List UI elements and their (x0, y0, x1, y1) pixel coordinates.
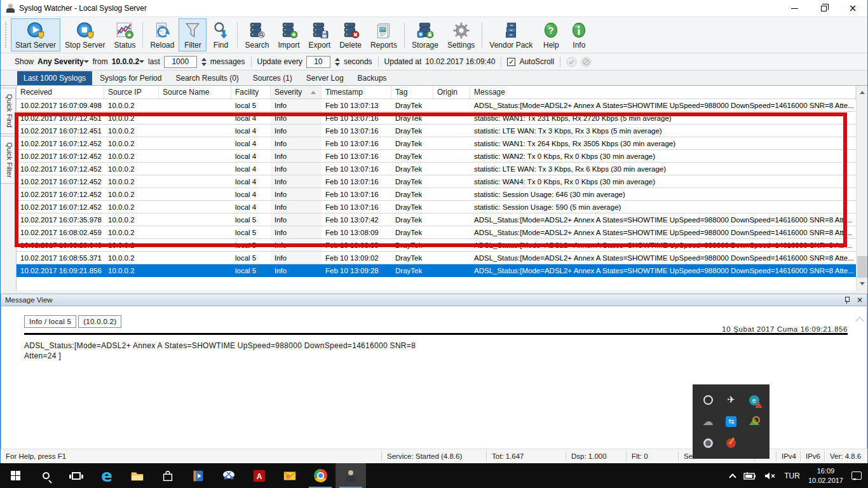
table-row[interactable]: 10.02.2017 16:07:12.452 10.0.0.2 local 4… (17, 175, 856, 188)
table-row[interactable]: 10.02.2017 16:08:28.940 10.0.0.2 local 5… (17, 239, 856, 252)
task-view-button[interactable] (61, 463, 92, 488)
table-row[interactable]: 10.02.2017 16:07:09.498 10.0.0.2 local 5… (17, 99, 856, 112)
column-header-source-name[interactable]: Source Name (159, 86, 231, 98)
language-indicator[interactable]: TUR (784, 471, 800, 480)
export-button[interactable]: Export (304, 18, 336, 51)
severity-dropdown[interactable]: Any Severity (37, 57, 89, 66)
column-header-source-ip[interactable]: Source IP (104, 86, 159, 98)
table-row[interactable]: 10.02.2017 16:08:02.459 10.0.0.2 local 5… (17, 226, 856, 239)
vertical-scrollbar[interactable] (856, 86, 867, 290)
table-row[interactable]: 10.02.2017 16:07:12.452 10.0.0.2 local 4… (17, 163, 856, 175)
title-bar[interactable]: Syslog Watcher - Local Syslog Server × (1, 0, 867, 17)
volume-muted-icon[interactable] (764, 471, 776, 480)
view-tab[interactable]: Backups (351, 71, 393, 85)
media-player-button[interactable] (183, 463, 214, 488)
syslog-watcher-taskbar-button[interactable] (336, 463, 366, 488)
interval-input[interactable]: 10 (306, 56, 330, 68)
tray-chevron-up-icon[interactable] (729, 473, 736, 480)
file-explorer-button[interactable] (122, 463, 153, 488)
table-row[interactable]: 10.02.2017 16:07:12.452 10.0.0.2 local 4… (17, 201, 856, 214)
battery-icon[interactable] (743, 471, 756, 480)
scrollbar-thumb[interactable] (857, 256, 867, 278)
table-row[interactable]: 10.02.2017 16:07:12.452 10.0.0.2 local 4… (17, 137, 856, 150)
start-server-icon (26, 21, 45, 40)
reports-button[interactable]: Reports (366, 18, 402, 51)
start-button[interactable] (0, 463, 31, 488)
edge-button[interactable]: e (92, 463, 122, 488)
scroll-up-arrow[interactable] (857, 86, 868, 97)
status-button[interactable]: Status (109, 18, 140, 51)
autoscroll-checkbox[interactable]: ✓ (507, 58, 515, 66)
table-row[interactable]: 10.02.2017 16:07:35.978 10.0.0.2 local 5… (17, 214, 856, 226)
filter-button[interactable]: Filter (179, 18, 207, 51)
snipping-tool-button[interactable] (214, 463, 244, 488)
creative-cloud-icon[interactable] (702, 394, 714, 407)
minimize-button[interactable] (780, 0, 809, 17)
table-row[interactable]: 10.02.2017 16:07:12.452 10.0.0.2 local 4… (17, 150, 856, 163)
backup-tool-icon[interactable] (748, 415, 761, 428)
action-center-icon[interactable] (851, 471, 862, 480)
lens-app-icon[interactable] (702, 437, 714, 449)
column-header-message[interactable]: Message (470, 86, 856, 98)
cell-source-ip: 10.0.0.2 (104, 163, 159, 175)
chrome-button[interactable] (305, 463, 336, 488)
store-button[interactable] (153, 463, 183, 488)
airplane-icon[interactable]: ✈ (724, 394, 737, 407)
cell-severity: Info (271, 125, 322, 137)
messages-count-stepper[interactable] (201, 55, 207, 69)
quick-find-tab[interactable]: Quick Find (1, 88, 16, 134)
help-button[interactable]: ? Help (537, 18, 565, 51)
find-button[interactable]: Find (207, 18, 234, 51)
taskbar-clock[interactable]: 16:09 10.02.2017 (808, 466, 843, 485)
interval-stepper[interactable] (335, 55, 340, 69)
close-button[interactable]: × (838, 0, 867, 17)
cleaner-app-icon[interactable] (724, 437, 737, 449)
view-tab[interactable]: Server Log (300, 71, 350, 85)
table-row[interactable]: 10.02.2017 16:07:12.451 10.0.0.2 local 4… (17, 112, 856, 125)
view-tab[interactable]: Sources (1) (247, 71, 299, 85)
cell-received: 10.02.2017 16:07:12.452 (17, 163, 104, 175)
restore-button[interactable] (809, 0, 838, 17)
column-header-timestamp[interactable]: Timestamp (322, 86, 391, 98)
panel-close-icon[interactable]: × (857, 295, 863, 304)
view-tab[interactable]: Syslogs for Period (93, 71, 168, 85)
delete-button[interactable]: Delete (335, 18, 366, 51)
table-row[interactable]: 10.02.2017 16:08:55.371 10.0.0.2 local 5… (17, 252, 856, 264)
cell-source-name (159, 226, 231, 238)
apply-filter-button-disabled[interactable] (566, 57, 577, 67)
teamviewer-icon[interactable]: ⇆ (724, 415, 737, 428)
info-button[interactable]: Info (565, 18, 593, 51)
search-button[interactable]: Search (240, 18, 273, 51)
storage-button[interactable]: Storage (407, 18, 443, 51)
start-server-button[interactable]: Start Server (11, 18, 60, 51)
stop-server-button[interactable]: Stop Server (60, 18, 109, 51)
column-header-origin[interactable]: Origin (433, 86, 470, 98)
column-header-received[interactable]: Received (17, 86, 104, 98)
import-button[interactable]: Import (274, 18, 304, 51)
taskbar-search-button[interactable] (31, 463, 61, 488)
reload-button[interactable]: Reload (146, 18, 179, 51)
settings-button[interactable]: Settings (443, 18, 479, 51)
scroll-down-arrow[interactable] (857, 280, 868, 290)
quick-filter-tab[interactable]: Quick Filter (1, 136, 16, 184)
acrobat-button[interactable]: A (244, 463, 275, 488)
messages-count-input[interactable]: 1000 (164, 56, 197, 68)
vendor-pack-button[interactable]: Vendor Pack (485, 18, 537, 51)
view-tab[interactable]: Last 1000 Syslogs (17, 71, 92, 85)
column-header-facility[interactable]: Facility (231, 86, 271, 98)
table-row[interactable]: 10.02.2017 16:07:12.452 10.0.0.2 local 4… (17, 188, 856, 201)
cell-facility: local 4 (231, 125, 271, 137)
view-tab[interactable]: Search Results (0) (169, 71, 245, 85)
total-count: Tot: 1.647 (486, 451, 566, 461)
onedrive-icon[interactable]: ☁ (702, 415, 714, 428)
column-header-tag[interactable]: Tag (391, 86, 433, 98)
pin-icon[interactable] (844, 296, 850, 304)
antivirus-alert-icon[interactable]: e (748, 394, 761, 407)
reload-label: Reload (150, 41, 174, 50)
cancel-filter-button-disabled[interactable] (581, 57, 592, 67)
mail-button[interactable] (275, 463, 305, 488)
table-row[interactable]: 10.02.2017 16:07:12.451 10.0.0.2 local 4… (17, 125, 856, 137)
column-header-severity[interactable]: Severity (271, 86, 322, 98)
table-row[interactable]: 10.02.2017 16:09:21.856 10.0.0.2 local 5… (17, 264, 856, 277)
source-dropdown[interactable]: 10.0.0.2 (112, 57, 144, 66)
